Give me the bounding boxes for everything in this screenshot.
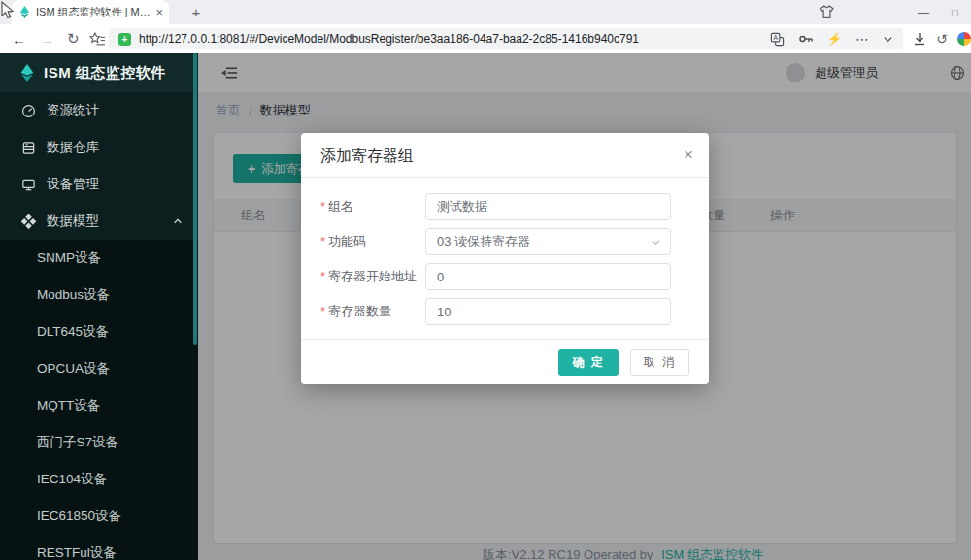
group-name-input[interactable] [425,193,671,220]
favorites-list-icon[interactable] [89,24,106,53]
register-count-input[interactable] [425,298,671,325]
confirm-button[interactable]: 确 定 [558,349,618,376]
subitem-label: OPCUA设备 [37,360,110,378]
sidebar-subitem-iec104[interactable]: IEC104设备 [0,461,198,498]
device-icon [21,178,36,192]
browser-tab-strip: ISM 组态监控软件 | Modbus × + — □ [0,0,971,24]
form-row-start-address: *寄存器开始地址 [320,263,689,290]
browser-tab[interactable]: ISM 组态监控软件 | Modbus × [12,0,169,24]
site-safety-icon[interactable]: + [118,33,131,46]
field-label: *功能码 [320,228,425,255]
new-tab-button[interactable]: + [184,1,208,24]
browser-toolbar: ← → ↻ + http://127.0.0.1:8081/#/DeviceMo… [0,24,971,53]
address-dropdown-chevron-icon[interactable] [883,34,893,45]
window-maximize-button[interactable]: □ [952,0,958,24]
subitem-label: DLT645设备 [37,323,109,341]
tab-title: ISM 组态监控软件 | Modbus [36,5,151,19]
sidebar-item-label: 资源统计 [47,102,99,119]
tab-favicon-diamond-icon [19,6,30,18]
required-mark: * [320,304,325,318]
required-mark: * [320,199,325,214]
sidebar-scrollbar[interactable] [193,53,197,345]
dialog-header: 添加寄存器组 × [301,133,709,178]
dialog-footer: 确 定 取 消 [301,339,709,384]
sidebar-subitem-modbus[interactable]: Modbus设备 [0,277,198,313]
lightning-icon[interactable]: ⚡ [827,32,842,46]
subitem-label: SNMP设备 [37,249,101,267]
sidebar-item-data-warehouse[interactable]: 数据仓库 [0,129,198,166]
sidebar-subitem-dlt645[interactable]: DLT645设备 [0,313,198,350]
app-title: ISM 组态监控软件 [44,64,166,82]
session-restore-icon[interactable]: ↺ [936,24,948,53]
subitem-label: IEC61850设备 [37,508,121,525]
cancel-button[interactable]: 取 消 [630,349,689,376]
chevron-up-icon [173,216,183,226]
subitem-label: Modbus设备 [37,286,110,304]
subitem-label: 西门子S7设备 [37,434,118,451]
field-label: *组名 [320,193,425,220]
svg-text:A: A [773,34,778,41]
sidebar-item-device-management[interactable]: 设备管理 [0,166,198,203]
field-label: *寄存器数量 [320,298,425,325]
browser-theme-icon[interactable] [819,4,835,20]
select-value: 03 读保持寄存器 [437,233,530,250]
sidebar-item-data-model[interactable]: 数据模型 [0,203,198,240]
password-key-icon[interactable] [798,31,814,47]
form-row-group-name: *组名 [320,193,689,220]
subitem-label: IEC104设备 [37,471,107,488]
app-logo-diamond-icon [19,64,35,82]
sidebar-item-label: 设备管理 [47,176,99,193]
dialog-title: 添加寄存器组 [320,148,414,164]
model-icon [21,214,36,229]
sidebar-subitem-siemens-s7[interactable]: 西门子S7设备 [0,424,198,461]
required-mark: * [320,234,325,248]
translate-icon[interactable]: A [770,32,785,47]
function-code-select[interactable]: 03 读保持寄存器 [425,228,671,255]
sidebar-subitem-opcua[interactable]: OPCUA设备 [0,350,198,387]
chevron-down-icon [651,237,661,247]
subitem-label: MQTT设备 [37,397,100,414]
address-bar[interactable]: + http://127.0.0.1:8081/#/DeviceModel/Mo… [109,28,903,49]
sidebar-subitem-mqtt[interactable]: MQTT设备 [0,387,198,424]
sidebar-subitem-iec61850[interactable]: IEC61850设备 [0,498,198,535]
sidebar: ISM 组态监控软件 资源统计 数据仓库 设备管理 数据模型 SNMP设备 [0,53,198,560]
sidebar-item-label: 数据模型 [47,213,99,230]
form-row-function-code: *功能码 03 读保持寄存器 [320,228,689,255]
add-register-group-dialog: 添加寄存器组 × *组名 *功能码 03 读保持寄存器 *寄存器开始地址 *寄存… [301,133,709,384]
refresh-button[interactable]: ↻ [67,24,80,53]
sidebar-item-label: 数据仓库 [47,139,99,156]
downloads-icon[interactable] [912,24,927,53]
subitem-label: RESTFul设备 [37,544,117,560]
window-minimize-button[interactable]: — [918,0,929,24]
sidebar-subitem-snmp[interactable]: SNMP设备 [0,240,198,277]
required-mark: * [320,269,325,283]
dialog-body: *组名 *功能码 03 读保持寄存器 *寄存器开始地址 *寄存器数量 [301,178,709,339]
sidebar-submenu: SNMP设备 Modbus设备 DLT645设备 OPCUA设备 MQTT设备 … [0,240,198,560]
tab-close-icon[interactable]: × [155,5,163,19]
url-text[interactable]: http://127.0.0.1:8081/#/DeviceModel/Modb… [139,32,756,46]
form-row-register-count: *寄存器数量 [320,298,689,325]
sidebar-item-resource-stats[interactable]: 资源统计 [0,92,198,129]
browser-profile-icon[interactable] [957,32,971,46]
dialog-close-icon[interactable]: × [684,133,693,178]
app-logo: ISM 组态监控软件 [0,53,198,92]
more-tools-icon[interactable]: ⋯ [855,31,869,47]
forward-button[interactable]: → [40,24,54,53]
back-button[interactable]: ← [12,24,26,53]
database-icon [21,141,36,155]
field-label: *寄存器开始地址 [320,263,425,290]
sidebar-subitem-restful[interactable]: RESTFul设备 [0,535,198,560]
register-start-address-input[interactable] [425,263,671,290]
gauge-icon [21,104,36,118]
